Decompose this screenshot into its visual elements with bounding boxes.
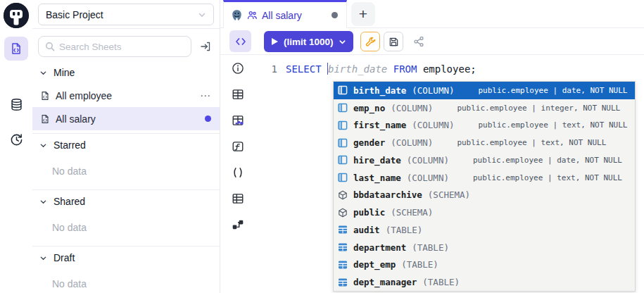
sheet-tree: Mine All employee ⋯ All salary [32, 61, 220, 293]
project-selector[interactable]: Basic Project [38, 4, 214, 25]
code-line-1: 1 SELECT birth_date FROM employee; [255, 55, 644, 75]
new-tab-button[interactable]: + [351, 2, 375, 26]
table-panel-icon[interactable] [230, 87, 246, 102]
column-icon [338, 103, 348, 113]
autocomplete-item-name: last_name [353, 173, 401, 183]
autocomplete-item-kind: (COLUMN) [391, 103, 433, 113]
autocomplete-item-detail: public.employee | text, NOT NULL [473, 173, 622, 182]
sql-keyword-select: SELECT [286, 63, 322, 75]
editor-side-icons [220, 55, 255, 293]
sql-table-ref: employee; [423, 63, 476, 75]
sheet-code-icon [40, 91, 50, 101]
autocomplete-item-kind: (TABLE) [386, 225, 423, 235]
autocomplete-item[interactable]: audit (TABLE) [334, 221, 635, 239]
parentheses-icon[interactable] [230, 165, 246, 180]
search-input[interactable] [59, 42, 184, 52]
editor-toolbar: (limit 1000) [220, 28, 644, 55]
run-limit-label: (limit 1000) [284, 37, 334, 47]
autocomplete-item-name: gender [353, 137, 385, 148]
sql-keyword-from: FROM [393, 63, 417, 75]
autocomplete-item[interactable]: public (SCHEMA) [334, 204, 635, 221]
sheet-item-menu[interactable]: ⋯ [200, 89, 211, 102]
chevron-down-icon [198, 11, 206, 19]
tree-section-header[interactable]: Shared [32, 190, 220, 213]
unsaved-dot [205, 116, 211, 122]
sheet-list-item[interactable]: All salary [32, 107, 220, 130]
autocomplete-item-name: first_name [353, 120, 406, 130]
tree-section-label: Shared [53, 196, 85, 207]
autocomplete-item-kind: (SCHEMA) [428, 189, 470, 200]
autocomplete-item[interactable]: dept_manager (TABLE) [334, 273, 635, 291]
autocomplete-item-kind: (SCHEMA) [391, 207, 433, 218]
autocomplete-item[interactable]: emp_no (COLUMN) public.employee | intege… [334, 99, 635, 117]
autocomplete-item-name: department [353, 242, 406, 253]
table-icon [338, 260, 348, 270]
tab-all-salary[interactable]: All salary [223, 0, 347, 28]
autocomplete-item-name: hire_date [353, 155, 401, 166]
tab-unsaved-dot [332, 12, 338, 18]
column-icon [338, 120, 348, 130]
info-icon[interactable] [230, 61, 246, 76]
project-name: Basic Project [46, 9, 103, 20]
table-ai-icon[interactable] [230, 113, 246, 128]
autocomplete-item-name: dept_emp [353, 259, 396, 270]
autocomplete-item[interactable]: hire_date (COLUMN) public.employee | dat… [334, 151, 635, 169]
tree-section-header[interactable]: Draft [32, 247, 220, 269]
autocomplete-item-kind: (COLUMN) [412, 85, 454, 96]
chevron-down-icon [39, 198, 47, 206]
autocomplete-item[interactable]: gender (COLUMN) public.employee | text, … [334, 134, 635, 151]
shared-people-icon [247, 10, 258, 20]
sidebar-item-history[interactable] [4, 127, 28, 151]
tree-section-label: Draft [53, 252, 75, 263]
autocomplete-item-detail: public.employee | date, NOT NULL [478, 86, 627, 95]
sheet-list-item[interactable]: All employee ⋯ [32, 84, 220, 107]
sidebar-item-sheets[interactable] [4, 37, 28, 61]
tree-section-header[interactable]: Starred [32, 134, 220, 156]
autocomplete-item-kind: (TABLE) [412, 242, 449, 253]
save-button[interactable] [384, 32, 403, 51]
autocomplete-dropdown: birth_date (COLUMN) public.employee | da… [333, 81, 636, 292]
autocomplete-item[interactable]: last_name (COLUMN) public.employee | tex… [334, 169, 635, 187]
column-icon [338, 173, 348, 182]
table-icon [338, 225, 348, 235]
chevron-down-icon[interactable] [339, 38, 346, 46]
autocomplete-item-kind: (COLUMN) [407, 155, 449, 166]
code-view-toggle[interactable] [229, 30, 251, 52]
empty-state-label: No data [32, 213, 220, 243]
import-sheet-icon[interactable] [197, 38, 214, 55]
function-icon[interactable] [230, 139, 246, 154]
autocomplete-item-kind: (TABLE) [401, 259, 438, 270]
search-box[interactable] [38, 36, 191, 57]
share-button[interactable] [409, 32, 429, 51]
autocomplete-item[interactable]: birth_date (COLUMN) public.employee | da… [334, 82, 635, 99]
autocomplete-item-name: public [353, 207, 385, 218]
empty-state-label: No data [32, 156, 220, 187]
autocomplete-item[interactable]: department (TABLE) [334, 239, 635, 256]
autocomplete-item[interactable]: first_name (COLUMN) public.employee | te… [334, 117, 635, 135]
table-list-icon[interactable] [230, 191, 246, 206]
schema-icon [338, 190, 348, 200]
schema-diagram-icon[interactable] [230, 217, 246, 232]
autocomplete-item[interactable]: bbdataarchive (SCHEMA) [334, 187, 635, 204]
tree-section-label: Starred [53, 139, 86, 151]
postgres-icon [231, 9, 243, 21]
app-logo[interactable] [4, 3, 29, 28]
autocomplete-item-name: dept_manager [353, 277, 417, 287]
sheet-code-icon [10, 42, 23, 55]
tab-title: All salary [262, 10, 327, 21]
column-icon [338, 85, 348, 95]
empty-state-label: No data [32, 269, 220, 293]
autocomplete-item-detail: public.employee | text, NOT NULL [457, 138, 606, 147]
tree-section-header[interactable]: Mine [32, 61, 220, 84]
schema-icon [338, 208, 348, 218]
sidebar-item-databases[interactable] [4, 92, 28, 116]
autocomplete-item-name: audit [353, 225, 380, 235]
autocomplete-item[interactable]: dept_emp (TABLE) [334, 256, 635, 274]
format-wrench-button[interactable] [360, 32, 380, 51]
autocomplete-item-detail: public.employee | integer, NOT NULL [457, 104, 620, 113]
line-number: 1 [255, 63, 277, 75]
autocomplete-item-kind: (COLUMN) [407, 173, 449, 183]
sheet-item-label: All salary [56, 113, 199, 125]
run-query-button[interactable]: (limit 1000) [264, 31, 353, 52]
column-icon [338, 155, 348, 165]
